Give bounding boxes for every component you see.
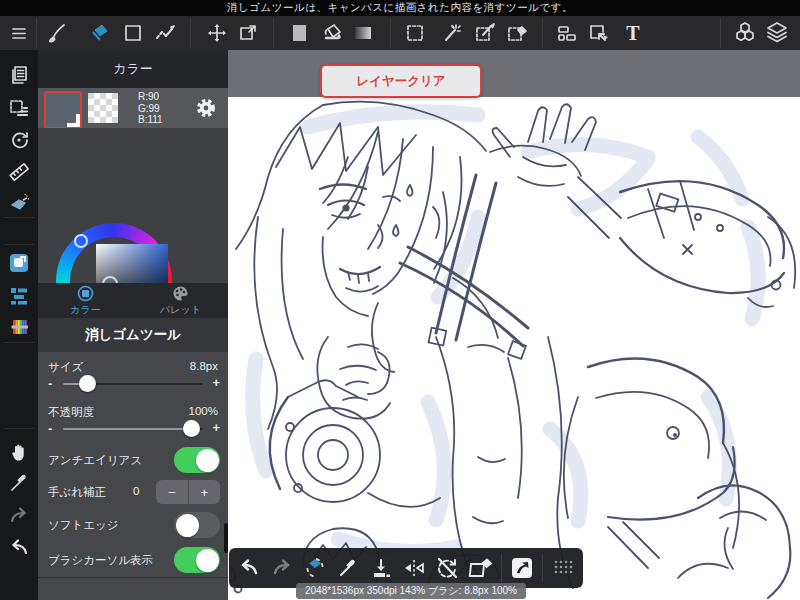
fill-bucket-icon[interactable] (318, 19, 346, 47)
canvas-area[interactable]: レイヤークリア (228, 50, 800, 600)
hand-tool-icon[interactable] (7, 440, 31, 464)
stabilize-value: 0 (133, 485, 139, 497)
rgb-b: B:111 (138, 114, 163, 126)
toolbar-divider (542, 18, 543, 48)
hue-selector[interactable] (74, 234, 88, 248)
size-label: サイズ (48, 360, 83, 375)
rotate-reset-icon[interactable] (7, 128, 31, 152)
foreground-color-swatch[interactable] (44, 91, 82, 129)
rgb-r: R:90 (138, 91, 163, 103)
antialias-toggle[interactable] (174, 447, 220, 473)
rotate-reset-icon[interactable] (434, 555, 460, 581)
sidebar-divider (4, 428, 34, 429)
eyedropper-icon[interactable] (7, 471, 31, 495)
layers-icon[interactable] (763, 19, 791, 47)
layer-clear-icon[interactable] (468, 555, 494, 581)
brush-cursor-row: ブラシカーソル表示 (38, 542, 228, 578)
eraser-tool-icon[interactable] (84, 19, 112, 47)
layer-clear-button[interactable]: レイヤークリア (320, 64, 482, 98)
undo-icon[interactable] (236, 555, 262, 581)
opacity-slider-fill (63, 428, 191, 430)
notification-bar: 消しゴムツールは、キャンバスに描画された内容を消すツールです。 (0, 0, 800, 16)
menu-icon[interactable] (5, 19, 33, 47)
shape-rect-tool-icon[interactable] (119, 19, 147, 47)
select-pen-icon[interactable] (471, 19, 499, 47)
polyline-pen-tool-icon[interactable] (151, 19, 179, 47)
stabilize-minus-button[interactable]: − (156, 480, 189, 504)
canvas-pasteboard (228, 50, 800, 97)
brush-eraser-switch-icon[interactable] (302, 555, 328, 581)
size-minus[interactable]: - (48, 376, 52, 391)
open-panel-icon[interactable] (509, 555, 535, 581)
size-row: サイズ 8.8px - + (38, 352, 228, 398)
color-wheel-section (38, 128, 228, 283)
toolbar-divider (720, 18, 721, 48)
transparent-color-swatch[interactable] (88, 93, 118, 123)
material-panel-icon[interactable] (7, 251, 31, 275)
move-tool-icon[interactable] (203, 19, 231, 47)
panel-title: カラー (38, 50, 228, 88)
toggle-knob (196, 449, 219, 472)
rgb-readout: R:90 G:99 B:111 (138, 91, 163, 126)
tool-title: 消しゴムツール (38, 318, 228, 352)
select-move-icon[interactable] (584, 19, 612, 47)
material-cubes-icon[interactable] (731, 19, 759, 47)
color-settings-gear-icon[interactable] (194, 96, 218, 124)
pages-icon[interactable] (7, 63, 31, 87)
panel-tabs: カラー パレット (38, 283, 228, 318)
opacity-plus[interactable]: + (212, 420, 220, 435)
rainbow-palette-icon[interactable] (7, 315, 31, 339)
select-detail-icon[interactable] (7, 96, 31, 120)
opacity-label: 不透明度 (48, 405, 94, 420)
softedge-label: ソフトエッジ (48, 518, 119, 533)
tab-palette[interactable]: パレット (133, 283, 228, 318)
size-value: 8.8px (190, 360, 218, 372)
save-icon[interactable] (368, 555, 394, 581)
opacity-value: 100% (189, 405, 218, 417)
text-tool-icon[interactable]: T (619, 19, 647, 47)
undo-icon[interactable] (7, 535, 31, 559)
rgb-g: G:99 (138, 103, 163, 115)
color-swatch-icon[interactable] (286, 19, 314, 47)
gradient-icon[interactable] (349, 19, 377, 47)
brush-cursor-toggle[interactable] (174, 547, 220, 573)
split-view-icon[interactable] (553, 19, 581, 47)
ruler-icon[interactable] (7, 160, 31, 184)
notification-text: 消しゴムツールは、キャンバスに描画された内容を消すツールです。 (227, 1, 573, 15)
magic-wand-icon[interactable] (438, 19, 466, 47)
sketch-drawing (228, 97, 800, 600)
select-rect-icon[interactable] (401, 19, 429, 47)
stabilize-label: 手ぶれ補正 (48, 485, 106, 500)
softedge-toggle[interactable] (174, 512, 220, 538)
airbrush-icon[interactable] (7, 190, 31, 214)
select-eraser-icon[interactable] (503, 19, 531, 47)
size-slider-thumb[interactable] (79, 375, 96, 392)
toolbar-divider (390, 18, 391, 48)
opacity-slider-thumb[interactable] (183, 420, 200, 437)
toolbar-divider (190, 18, 191, 48)
antialias-row: アンチエイリアス (38, 442, 228, 478)
eyedropper-icon[interactable] (335, 555, 361, 581)
toolbar-divider (273, 18, 274, 48)
layer-list-icon[interactable] (7, 283, 31, 307)
toggle-knob (176, 514, 199, 537)
flip-horizontal-icon[interactable] (401, 555, 427, 581)
color-tool-panel: カラー R:90 G:99 B:111 カラー パレット (38, 50, 228, 600)
opacity-minus[interactable]: - (48, 421, 52, 436)
sidebar-divider (4, 342, 34, 343)
brush-tool-icon[interactable] (43, 19, 71, 47)
brush-cursor-label: ブラシカーソル表示 (48, 553, 153, 568)
antialias-label: アンチエイリアス (48, 453, 142, 468)
redo-icon[interactable] (269, 555, 295, 581)
size-plus[interactable]: + (212, 375, 220, 390)
layer-clear-label: レイヤークリア (356, 73, 445, 90)
top-toolbar: T (0, 16, 800, 51)
tab-color[interactable]: カラー (38, 283, 133, 318)
redo-icon[interactable] (7, 503, 31, 527)
bottom-toolbar-divider (501, 554, 502, 582)
sidebar-divider (4, 217, 34, 218)
transform-tool-icon[interactable] (234, 19, 262, 47)
stabilize-plus-button[interactable]: + (189, 480, 221, 504)
opacity-row: 不透明度 100% - + (38, 397, 228, 443)
drag-handle-dots-icon[interactable] (550, 555, 576, 581)
